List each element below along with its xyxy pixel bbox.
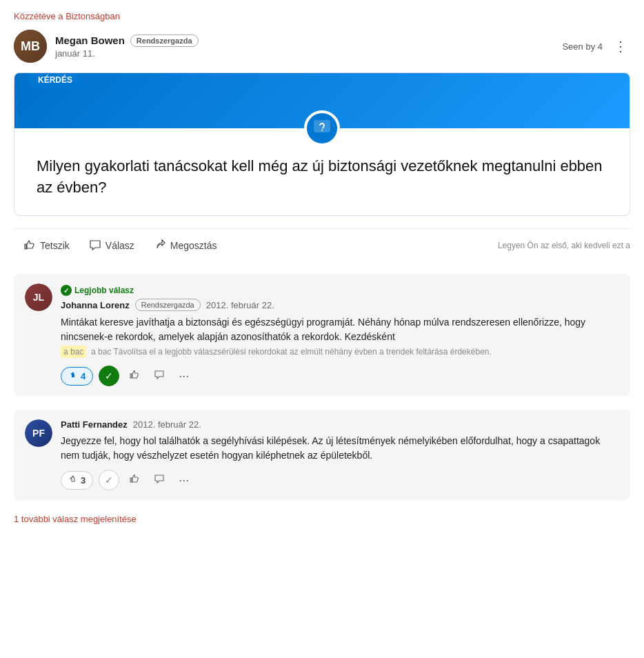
more-options-icon[interactable]: ⋮ [611,35,630,57]
post-date: január 11. [55,48,562,59]
johanna-tooltip-text: a bac a bac Távolítsa el a legjobb válas… [61,346,492,358]
answer-section: JL ✓ Legjobb válasz Johanna Lorenz Rends… [14,274,630,501]
svg-point-2 [321,130,323,131]
johanna-role-badge: Rendszergazda [135,299,201,311]
reply-icon [89,239,101,253]
johanna-avatar: JL [25,283,52,311]
patti-answer-item: PF Patti Fernandez 2012. február 22. Jeg… [14,410,630,500]
like-button[interactable]: Tetszik [14,235,79,257]
author-info: Megan Bowen Rendszergazda január 11. [55,34,562,59]
johanna-date: 2012. február 22. [206,300,274,310]
johanna-upvote-button[interactable]: 4 [61,367,93,386]
patti-comment-button[interactable] [150,470,169,490]
patti-upvote-icon [68,475,78,486]
johanna-accept-button[interactable]: ✓ [99,366,119,386]
question-banner [14,73,630,128]
patti-answer-text: Jegyezze fel, hogy hol találhatók a segé… [61,434,619,463]
avatar: MB [14,30,47,63]
breadcrumb[interactable]: Közzétéve a Biztonságban [14,11,630,21]
best-answer-check-icon: ✓ [61,285,72,296]
patti-avatar: PF [25,419,52,447]
johanna-answer-content: ✓ Legjobb válasz Johanna Lorenz Rendszer… [61,283,619,387]
role-badge: Rendszergazda [130,34,199,47]
patti-upvote-button[interactable]: 3 [61,471,93,490]
first-to-like: Legyen Ön az első, aki kedveli ezt a [498,241,630,250]
question-card: KÉRDÉS Milyen gyakorlati tanácsokat kell… [14,72,630,216]
johanna-actions: 4 ✓ ··· [61,366,619,386]
show-more-link[interactable]: 1 további válasz megjelenítése [14,514,630,524]
patti-check-icon: ✓ [105,475,113,486]
johanna-answer-text: Mintákat keresve javíthatja a biztonsági… [61,315,619,359]
patti-answer-content: Patti Fernandez 2012. február 22. Jegyez… [61,419,619,490]
johanna-vote-count: 4 [81,371,85,381]
share-button[interactable]: Megosztás [144,235,227,257]
johanna-like-button[interactable] [125,366,144,386]
johanna-meta: Johanna Lorenz Rendszergazda 2012. febru… [61,299,619,311]
patti-meta: Patti Fernandez 2012. február 22. [61,419,619,430]
patti-more-icon[interactable]: ··· [174,472,193,489]
patti-like-button[interactable] [125,470,144,490]
patti-accept-button[interactable]: ✓ [99,470,119,490]
patti-name: Patti Fernandez [61,419,128,430]
post-header: MB Megan Bowen Rendszergazda január 11. … [14,30,630,63]
upvote-icon [68,370,78,382]
reply-button[interactable]: Válasz [79,235,144,257]
question-text: Milyen gyakorlati tanácsokat kell még az… [37,156,607,199]
question-tag: KÉRDÉS [28,72,82,88]
johanna-more-icon[interactable]: ··· [174,368,193,385]
thumbs-up-icon [23,239,36,253]
patti-vote-count: 3 [81,475,85,486]
johanna-name: Johanna Lorenz [61,300,130,310]
accept-check-icon: ✓ [105,370,113,381]
seen-by: Seen by 4 [562,41,603,52]
answer-item: JL ✓ Legjobb válasz Johanna Lorenz Rends… [14,274,630,397]
share-icon [154,239,166,253]
question-icon [304,110,340,146]
action-bar: Tetszik Válasz Megosztás Legyen Ön az el… [14,228,630,268]
author-name: Megan Bowen Rendszergazda [55,34,562,47]
patti-actions: 3 ✓ ··· [61,470,619,490]
best-answer-badge: ✓ Legjobb válasz [61,285,134,296]
patti-date: 2012. február 22. [133,419,201,430]
johanna-comment-button[interactable] [150,366,169,386]
